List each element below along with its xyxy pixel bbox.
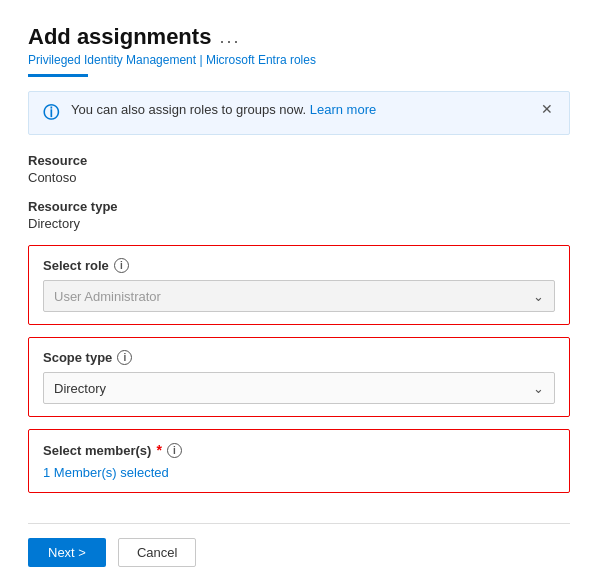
- learn-more-link[interactable]: Learn more: [310, 102, 376, 117]
- select-members-label: Select member(s) * i: [43, 442, 555, 458]
- breadcrumb: Privileged Identity Management | Microso…: [28, 53, 570, 67]
- resource-type-value: Directory: [28, 216, 570, 231]
- resource-label: Resource: [28, 153, 570, 168]
- chevron-down-icon: ⌄: [533, 289, 544, 304]
- cancel-button[interactable]: Cancel: [118, 538, 196, 567]
- ellipsis-icon: ...: [219, 27, 240, 48]
- banner-text: You can also assign roles to groups now.…: [71, 102, 529, 117]
- resource-type-label: Resource type: [28, 199, 570, 214]
- resource-type-field: Resource type Directory: [28, 199, 570, 231]
- select-role-label: Select role i: [43, 258, 555, 273]
- required-indicator: *: [156, 442, 161, 458]
- select-role-value: User Administrator: [54, 289, 161, 304]
- page-container: Add assignments ... Privileged Identity …: [0, 0, 598, 580]
- select-role-section: Select role i User Administrator ⌄: [28, 245, 570, 325]
- select-role-tooltip[interactable]: i: [114, 258, 129, 273]
- page-title: Add assignments ...: [28, 24, 240, 50]
- members-selected-link[interactable]: 1 Member(s) selected: [43, 465, 169, 480]
- select-members-section: Select member(s) * i 1 Member(s) selecte…: [28, 429, 570, 493]
- chevron-down-icon: ⌄: [533, 381, 544, 396]
- info-icon: ⓘ: [43, 103, 61, 124]
- scope-type-value: Directory: [54, 381, 106, 396]
- scope-type-section: Scope type i Directory ⌄: [28, 337, 570, 417]
- select-role-dropdown[interactable]: User Administrator ⌄: [43, 280, 555, 312]
- scope-type-dropdown[interactable]: Directory ⌄: [43, 372, 555, 404]
- footer-divider: [28, 523, 570, 524]
- resource-field: Resource Contoso: [28, 153, 570, 185]
- footer-buttons: Next > Cancel: [28, 538, 570, 567]
- resource-value: Contoso: [28, 170, 570, 185]
- scope-type-label: Scope type i: [43, 350, 555, 365]
- active-tab-indicator: [28, 74, 88, 77]
- next-button[interactable]: Next >: [28, 538, 106, 567]
- info-banner: ⓘ You can also assign roles to groups no…: [28, 91, 570, 135]
- close-banner-button[interactable]: ✕: [539, 102, 555, 116]
- select-members-tooltip[interactable]: i: [167, 443, 182, 458]
- scope-type-tooltip[interactable]: i: [117, 350, 132, 365]
